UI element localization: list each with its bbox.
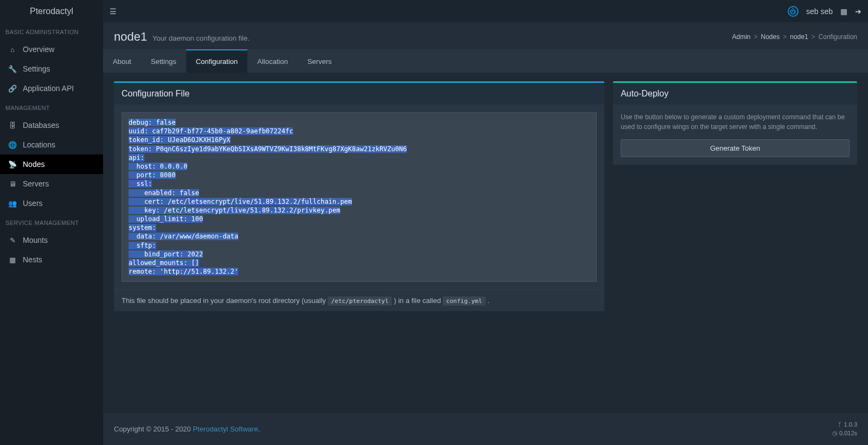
sidebar-item-label: Servers [23, 179, 49, 188]
tab-servers[interactable]: Servers [298, 49, 342, 73]
sidebar-item-users[interactable]: 👥Users [0, 194, 103, 213]
nodes-icon: 📡 [8, 160, 17, 169]
logout-icon[interactable]: ➜ [855, 7, 861, 16]
tab-settings[interactable]: Settings [141, 49, 186, 73]
render-time: 0.012s [839, 430, 857, 436]
sidebar-item-label: Overview [23, 45, 54, 54]
content-header: node1 Your daemon configuration file. Ad… [103, 22, 868, 49]
breadcrumb-separator: > [812, 33, 815, 41]
path-code: /etc/pterodactyl [328, 296, 392, 306]
sidebar-item-label: Settings [23, 65, 50, 73]
mounts-icon: ✎ [8, 236, 17, 244]
sidebar-section-header: MANAGEMENT [0, 98, 103, 115]
filename-code: config.yml [443, 296, 485, 306]
clock-icon: ◷ [832, 430, 838, 436]
breadcrumb-separator: > [754, 33, 758, 41]
breadcrumb-item[interactable]: node1 [790, 33, 808, 41]
hamburger-icon[interactable]: ☰ [110, 7, 117, 16]
overview-icon: ⌂ [8, 46, 17, 54]
sidebar: Pterodactyl BASIC ADMINISTRATION⌂Overvie… [0, 0, 103, 445]
version-text: 1.0.3 [844, 421, 857, 428]
sidebar-item-servers[interactable]: 🖥Servers [0, 174, 103, 194]
git-branch-icon: ᚶ [838, 421, 842, 428]
servers-icon: 🖥 [8, 180, 17, 188]
breadcrumb-item[interactable]: Admin [732, 33, 750, 41]
nests-icon: ▦ [8, 256, 17, 264]
breadcrumb-separator: > [783, 33, 787, 41]
copyright-text: Copyright © 2015 - 2020 [114, 425, 193, 433]
auto-deploy-help: Use the button below to generate a custo… [621, 112, 850, 132]
breadcrumb-item[interactable]: Nodes [761, 33, 780, 41]
sidebar-item-label: Mounts [23, 236, 48, 244]
user-name[interactable]: seb seb [806, 7, 833, 16]
tabs: AboutSettingsConfigurationAllocationServ… [103, 49, 868, 73]
tab-allocation[interactable]: Allocation [247, 49, 297, 73]
breadcrumb-item: Configuration [819, 33, 857, 41]
footer: Copyright © 2015 - 2020 Pterodactyl Soft… [103, 413, 868, 445]
locations-icon: 🌐 [8, 141, 17, 149]
page-subtitle: Your daemon configuration file. [152, 34, 250, 42]
sidebar-item-label: Users [23, 199, 43, 208]
sidebar-item-label: Nests [23, 255, 42, 264]
sidebar-item-settings[interactable]: 🔧Settings [0, 59, 103, 79]
brand-logo[interactable]: Pterodactyl [0, 0, 103, 22]
breadcrumb: Admin>Nodes>node1>Configuration [732, 33, 857, 41]
topbar: ☰ ⏻ seb seb ▦ ➜ [103, 0, 868, 22]
users-icon: 👥 [8, 199, 17, 208]
sidebar-item-overview[interactable]: ⌂Overview [0, 40, 103, 59]
page-title: node1 [114, 30, 147, 43]
sidebar-item-label: Application API [23, 84, 74, 93]
config-file-box: Configuration File debug: false uuid: ca… [114, 81, 604, 311]
sidebar-item-nodes[interactable]: 📡Nodes [0, 154, 103, 174]
sidebar-item-locations[interactable]: 🌐Locations [0, 135, 103, 154]
sidebar-item-mounts[interactable]: ✎Mounts [0, 230, 103, 250]
tab-about[interactable]: About [103, 49, 141, 73]
settings-icon: 🔧 [8, 65, 17, 73]
footer-link[interactable]: Pterodactyl Software [193, 425, 258, 433]
sidebar-section-header: SERVICE MANAGEMENT [0, 213, 103, 230]
sidebar-item-application-api[interactable]: 🔗Application API [0, 79, 103, 98]
sidebar-item-label: Nodes [23, 160, 44, 169]
application-api-icon: 🔗 [8, 85, 17, 93]
databases-icon: 🗄 [8, 121, 17, 130]
tab-configuration[interactable]: Configuration [186, 49, 247, 73]
sidebar-item-label: Locations [23, 140, 55, 149]
sidebar-item-nests[interactable]: ▦Nests [0, 250, 103, 269]
sidebar-section-header: BASIC ADMINISTRATION [0, 22, 103, 40]
auto-deploy-box: Auto-Deploy Use the button below to gene… [613, 81, 857, 165]
config-file-content[interactable]: debug: false uuid: caf7b29f-bf77-45b0-a8… [122, 112, 597, 282]
sidebar-item-databases[interactable]: 🗄Databases [0, 115, 103, 135]
config-file-title: Configuration File [114, 83, 604, 105]
grid-icon[interactable]: ▦ [840, 7, 847, 16]
config-file-footer: This file should be placed in your daemo… [114, 289, 604, 311]
sidebar-item-label: Databases [23, 121, 59, 130]
generate-token-button[interactable]: Generate Token [621, 139, 850, 157]
auto-deploy-title: Auto-Deploy [613, 83, 857, 105]
power-icon[interactable]: ⏻ [788, 6, 799, 17]
